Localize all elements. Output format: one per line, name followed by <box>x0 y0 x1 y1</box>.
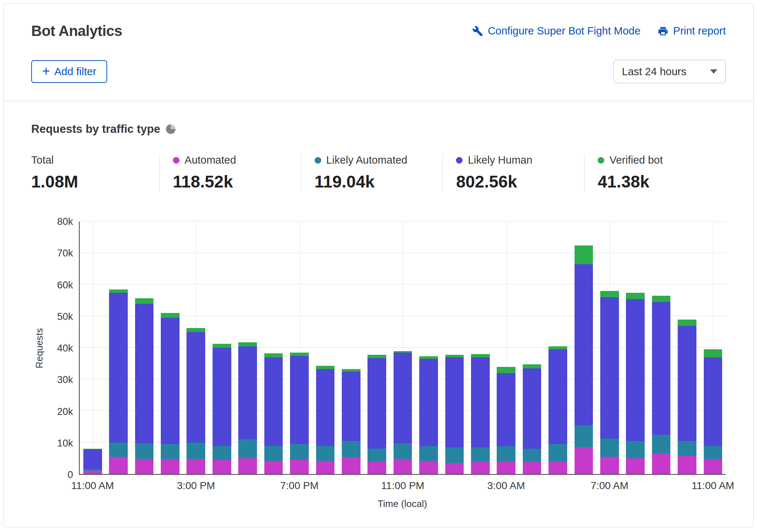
stacked-bar <box>471 222 490 474</box>
bar-slot <box>364 222 390 474</box>
time-range-select[interactable]: Last 24 hours <box>613 60 726 83</box>
bot-analytics-card: Bot Analytics Configure Super Bot Fight … <box>3 3 754 527</box>
bar-segment-verified-bot <box>264 353 283 357</box>
stat-label-row: Likely Automated <box>315 154 435 166</box>
stacked-bar <box>316 222 335 474</box>
bar-segment-verified-bot <box>497 367 515 373</box>
likely-human-legend-dot <box>456 157 463 164</box>
bar-segment-verified-bot <box>367 355 386 358</box>
bar-segment-likely-automated <box>394 443 412 459</box>
bar-segment-likely-human <box>316 369 335 446</box>
stacked-bar <box>575 222 593 474</box>
bar-segment-verified-bot <box>290 353 309 356</box>
plot-area: 11:00 AM3:00 PM7:00 PM11:00 PM3:00 AM7:0… <box>79 222 726 475</box>
bar-segment-likely-automated <box>135 443 154 459</box>
bar-slot <box>261 222 286 474</box>
stacked-bar <box>342 222 361 474</box>
bar-segment-automated <box>445 463 464 474</box>
bar-slot <box>571 222 597 474</box>
bar-segment-verified-bot <box>704 349 722 357</box>
bar-slot <box>648 222 674 474</box>
bar-segment-automated <box>575 447 593 474</box>
bar-segment-likely-human <box>652 302 671 434</box>
printer-icon <box>658 26 669 37</box>
stat-label-row: Verified bot <box>598 154 718 166</box>
bar-slot <box>467 222 493 474</box>
bar-segment-likely-human <box>264 357 283 446</box>
stat-label-row: Total <box>31 154 152 166</box>
bar-segment-likely-human <box>161 318 180 444</box>
stat-label: Likely Human <box>468 154 532 166</box>
print-report-link[interactable]: Print report <box>658 25 726 37</box>
bar-slot <box>105 222 131 474</box>
bar-segment-likely-human <box>678 326 696 441</box>
y-tick-label: 0 <box>68 469 73 481</box>
x-tick-label: 11:00 AM <box>71 480 114 492</box>
verified-bot-legend-dot <box>598 157 604 164</box>
bar-segment-verified-bot <box>186 328 205 332</box>
stacked-bar <box>238 222 257 474</box>
stacked-bar <box>548 222 567 474</box>
configure-super-bot-fight-mode-link[interactable]: Configure Super Bot Fight Mode <box>472 25 641 37</box>
bar-segment-likely-human <box>548 349 567 444</box>
bar-segment-likely-human <box>575 264 593 425</box>
stacked-bar <box>523 222 542 474</box>
stat-label-row: Automated <box>173 154 294 166</box>
chart-section: Requests by traffic type Total1.08MAutom… <box>4 101 753 510</box>
bar-segment-verified-bot <box>238 342 257 346</box>
bar-segment-verified-bot <box>445 355 464 357</box>
bar-segment-automated <box>213 460 231 474</box>
bar-segment-automated <box>109 457 128 474</box>
bar-segment-likely-automated <box>186 442 205 459</box>
bar-segment-verified-bot <box>575 245 593 265</box>
stacked-bar <box>135 222 154 474</box>
section-title: Requests by traffic type <box>31 123 160 136</box>
bar-segment-likely-automated <box>238 439 257 458</box>
x-tick-label: 11:00 PM <box>381 480 424 492</box>
bar-segment-automated <box>161 459 180 474</box>
y-tick-label: 80k <box>57 216 73 227</box>
x-tick-label: 7:00 PM <box>280 480 318 492</box>
stat-total: Total1.08M <box>31 154 159 192</box>
bar-segment-automated <box>367 462 386 474</box>
bar-segment-likely-automated <box>342 441 361 458</box>
stat-likely-human: Likely Human802.56k <box>442 154 584 192</box>
stat-likely-automated: Likely Automated119.04k <box>301 154 443 192</box>
bar-slot <box>183 222 209 474</box>
bar-segment-verified-bot <box>548 346 567 350</box>
bar-segment-automated <box>83 471 102 474</box>
bar-segment-likely-human <box>83 449 102 469</box>
print-link-label: Print report <box>673 25 726 37</box>
stat-label: Likely Automated <box>326 154 408 166</box>
bar-segment-likely-human <box>135 304 154 443</box>
bar-slot <box>131 222 157 474</box>
time-range-value: Last 24 hours <box>622 66 687 78</box>
y-tick-label: 50k <box>57 311 73 322</box>
y-tick-label: 30k <box>57 374 73 386</box>
bar-segment-verified-bot <box>109 289 128 293</box>
bar-segment-verified-bot <box>161 313 180 318</box>
bar-segment-likely-human <box>600 297 619 438</box>
requests-chart: Requests 010k20k30k40k50k60k70k80k 11:00… <box>31 222 726 510</box>
bar-segment-verified-bot <box>678 320 696 326</box>
bar-segment-likely-automated <box>548 444 567 461</box>
stacked-bar <box>419 222 438 474</box>
bar-segment-verified-bot <box>135 298 154 304</box>
bar-segment-likely-automated <box>523 449 542 462</box>
stats-row: Total1.08MAutomated118.52kLikely Automat… <box>31 154 726 192</box>
bar-slot <box>312 222 338 474</box>
add-filter-button[interactable]: + Add filter <box>31 60 107 83</box>
bar-slot <box>493 222 519 474</box>
y-tick-label: 20k <box>57 406 73 417</box>
bar-slot <box>416 222 441 474</box>
bar-slot <box>519 222 545 474</box>
stat-label: Verified bot <box>609 154 663 166</box>
stat-value: 118.52k <box>173 172 294 192</box>
bar-segment-likely-automated <box>497 446 515 461</box>
x-tick-label: 3:00 PM <box>177 480 215 492</box>
x-tick-label: 7:00 AM <box>591 480 629 492</box>
bar-segment-likely-automated <box>213 446 231 460</box>
stat-value: 1.08M <box>31 172 152 192</box>
bar-slot <box>157 222 183 474</box>
bar-segment-automated <box>135 459 154 474</box>
